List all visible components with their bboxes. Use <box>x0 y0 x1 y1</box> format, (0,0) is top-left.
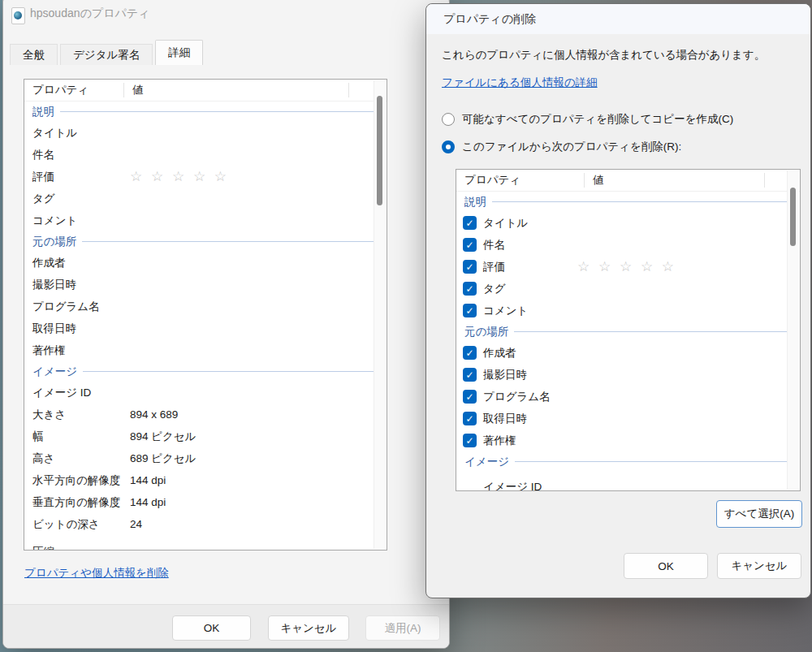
property-label: イメージ ID <box>32 386 130 400</box>
checkbox-checked-icon[interactable] <box>463 368 477 382</box>
property-label: 著作権 <box>483 434 571 448</box>
property-row[interactable]: ビットの深さ 24 <box>24 513 387 535</box>
apply-button: 適用(A) <box>365 615 440 641</box>
scrollbar-thumb[interactable] <box>377 96 382 205</box>
property-label: 取得日時 <box>32 322 130 336</box>
property-row[interactable]: 著作権 <box>24 339 387 361</box>
checkbox-checked-icon[interactable] <box>463 216 477 230</box>
rating-stars: ☆ ☆ ☆ ☆ ☆ <box>577 258 800 275</box>
checkbox-row[interactable]: タグ <box>456 278 800 300</box>
column-header-value[interactable]: 値 <box>124 83 349 97</box>
window-title: hpsoudanのプロパティ <box>30 6 149 21</box>
group-header: 説明 <box>456 192 800 212</box>
scrollbar-thumb[interactable] <box>790 188 796 246</box>
property-row[interactable]: 大きさ 894 x 689 <box>24 404 387 425</box>
remove-properties-link[interactable]: プロパティや個人情報を削除 <box>24 566 169 581</box>
property-label: コメント <box>32 214 130 228</box>
tab-details[interactable]: 詳細 <box>155 40 203 65</box>
radio-icon-selected[interactable] <box>442 140 455 153</box>
cancel-button[interactable]: キャンセル <box>268 615 349 641</box>
property-row[interactable]: 水平方向の解像度 144 dpi <box>24 469 387 491</box>
checkbox-row-rating[interactable]: 評価 ☆ ☆ ☆ ☆ ☆ <box>456 256 800 278</box>
property-label: プログラム名 <box>32 300 130 314</box>
checkbox-checked-icon[interactable] <box>463 434 477 447</box>
property-value[interactable]: 894 x 689 <box>130 408 387 421</box>
scrollbar-track[interactable] <box>787 171 799 490</box>
checkbox-checked-icon[interactable] <box>463 346 477 360</box>
cancel-button[interactable]: キャンセル <box>717 553 801 579</box>
property-row[interactable]: コメント <box>24 209 387 231</box>
property-label: 取得日時 <box>483 412 571 426</box>
property-label: イメージ ID <box>483 480 571 492</box>
property-label: ビットの深さ <box>32 517 130 532</box>
property-row[interactable]: タグ <box>24 188 387 209</box>
scrollbar-track[interactable] <box>374 80 386 549</box>
checkbox-row[interactable]: タイトル <box>456 212 800 234</box>
group-header: 元の場所 <box>24 231 387 252</box>
rating-stars[interactable]: ☆ ☆ ☆ ☆ ☆ <box>130 168 387 185</box>
property-label: 評価 <box>32 170 130 184</box>
property-row[interactable]: 幅 894 ピクセル <box>24 425 387 447</box>
list-header: プロパティ 値 <box>456 170 800 192</box>
column-header-value[interactable]: 値 <box>585 173 765 188</box>
checkbox-checked-icon[interactable] <box>463 238 477 252</box>
checkbox-checked-icon[interactable] <box>463 260 477 274</box>
property-row[interactable]: タイトル <box>24 122 387 144</box>
radio-icon[interactable] <box>442 113 455 126</box>
column-header-property[interactable]: プロパティ <box>456 173 585 188</box>
property-value[interactable]: 689 ピクセル <box>130 451 387 466</box>
property-label: 大きさ <box>32 408 130 422</box>
checkbox-row[interactable]: 著作権 <box>456 430 800 451</box>
ok-button[interactable]: OK <box>624 553 708 579</box>
property-label: 水平方向の解像度 <box>32 473 130 488</box>
personal-info-details-link[interactable]: ファイルにある個人情報の詳細 <box>442 76 598 90</box>
image-file-icon <box>11 7 25 24</box>
property-row[interactable]: プログラム名 <box>24 296 387 317</box>
property-row[interactable]: 件名 <box>24 144 387 166</box>
checkbox-row[interactable]: 撮影日時 <box>456 364 800 386</box>
property-row[interactable]: 高さ 689 ピクセル <box>24 447 387 469</box>
checkbox-row[interactable]: 取得日時 <box>456 408 800 430</box>
tab-general[interactable]: 全般 <box>10 44 58 65</box>
property-value[interactable]: 24 <box>130 518 387 530</box>
list-header: プロパティ 値 <box>24 80 387 101</box>
property-label: タイトル <box>483 216 571 231</box>
checkbox-checked-icon[interactable] <box>463 282 477 296</box>
checkbox-checked-icon[interactable] <box>463 390 477 404</box>
property-label: 幅 <box>32 430 130 444</box>
property-label: コメント <box>483 304 571 318</box>
property-row[interactable]: 取得日時 <box>24 317 387 339</box>
property-row-clipped[interactable]: 圧縮 <box>24 535 387 551</box>
checkbox-checked-icon[interactable] <box>463 412 477 425</box>
radio-create-copy[interactable]: 可能なすべてのプロパティを削除してコピーを作成(C) <box>442 111 733 127</box>
property-row[interactable]: 撮影日時 <box>24 274 387 296</box>
checkbox-checked-icon[interactable] <box>463 304 477 317</box>
property-label: 件名 <box>32 148 130 162</box>
column-header-property[interactable]: プロパティ <box>24 83 124 97</box>
property-label: 垂直方向の解像度 <box>32 495 130 510</box>
property-label: 評価 <box>483 260 571 274</box>
property-row[interactable]: イメージ ID <box>24 382 387 404</box>
radio-label: 可能なすべてのプロパティを削除してコピーを作成(C) <box>462 112 733 127</box>
ok-button[interactable]: OK <box>172 615 251 641</box>
tab-digital-signatures[interactable]: デジタル署名 <box>60 44 153 65</box>
tab-bar: 全般 デジタル署名 詳細 <box>10 44 203 65</box>
checkbox-row-clipped[interactable]: イメージ ID <box>456 472 800 491</box>
group-header: イメージ <box>456 451 800 472</box>
dialog-message: これらのプロパティに個人情報が含まれている場合があります。 <box>442 48 765 63</box>
group-header: 元の場所 <box>456 322 800 342</box>
property-row[interactable]: 垂直方向の解像度 144 dpi <box>24 491 387 513</box>
checkbox-row[interactable]: 件名 <box>456 234 800 256</box>
select-all-button[interactable]: すべて選択(A) <box>716 500 802 528</box>
property-value[interactable]: 144 dpi <box>130 496 387 508</box>
radio-remove-selected[interactable]: このファイルから次のプロパティを削除(R): <box>442 139 681 155</box>
property-label: 作成者 <box>32 256 130 270</box>
property-value[interactable]: 144 dpi <box>130 474 387 486</box>
property-row-rating[interactable]: 評価 ☆ ☆ ☆ ☆ ☆ <box>24 166 387 188</box>
property-row[interactable]: 作成者 <box>24 252 387 274</box>
checkbox-row[interactable]: 作成者 <box>456 342 800 364</box>
checkbox-row[interactable]: コメント <box>456 300 800 322</box>
checkbox-row[interactable]: プログラム名 <box>456 386 800 408</box>
property-value[interactable]: 894 ピクセル <box>130 430 387 444</box>
property-label: 圧縮 <box>32 545 130 551</box>
